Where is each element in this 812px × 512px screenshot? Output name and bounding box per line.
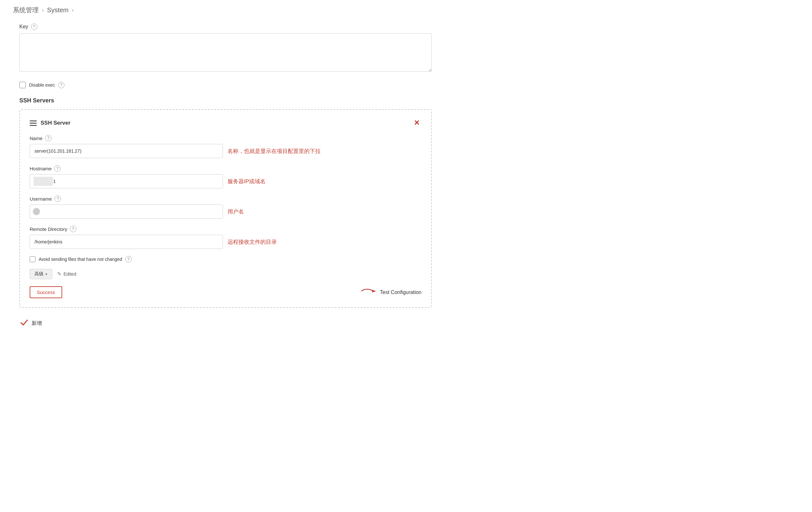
advanced-button[interactable]: 高级 ▾ (30, 269, 52, 279)
breadcrumb: 系统管理 › System › (0, 0, 812, 20)
disable-exec-label: Disable exec (29, 83, 55, 88)
success-button[interactable]: Success (30, 286, 62, 298)
pencil-icon: ✎ (57, 271, 62, 277)
add-new-row[interactable]: 新增 (19, 318, 432, 329)
ssh-servers-section: SSH Servers SSH Server ✕ Name (19, 97, 432, 329)
name-field-row: Name ? 名称，也就是显示在项目配置里的下拉 (30, 135, 422, 158)
hostname-field-row: Hostname ? 服务器IP或域名 (30, 165, 422, 188)
remote-dir-annotation: 远程接收文件的目录 (228, 238, 277, 246)
username-help-icon[interactable]: ? (54, 195, 61, 202)
disable-exec-help-icon[interactable]: ? (58, 82, 64, 88)
main-content: Key ? Disable exec ? SSH Servers SSH Ser… (0, 20, 451, 358)
edited-label: Edited (63, 271, 76, 277)
svg-marker-0 (372, 290, 376, 292)
hostname-annotation: 服务器IP或域名 (228, 178, 265, 185)
username-annotation: 用户名 (228, 208, 244, 215)
breadcrumb-sep-2: › (72, 7, 74, 13)
username-input-row: 用户名 (30, 205, 422, 219)
breadcrumb-sep-1: › (42, 7, 44, 13)
advanced-label: 高级 (34, 271, 44, 277)
avoid-label: Avoid sending files that have not change… (39, 257, 122, 262)
hamburger-icon[interactable] (30, 120, 37, 126)
remote-dir-input-row: 远程接收文件的目录 (30, 235, 422, 249)
name-input-row: 名称，也就是显示在项目配置里的下拉 (30, 144, 422, 158)
username-field-row: Username ? 用户名 (30, 195, 422, 219)
avoid-checkbox[interactable] (30, 256, 35, 262)
disable-exec-row: Disable exec ? (19, 82, 432, 88)
key-label: Key ? (19, 24, 432, 30)
breadcrumb-item-2[interactable]: System (47, 6, 69, 14)
hostname-input[interactable] (30, 174, 223, 188)
arrow-icon (360, 286, 377, 298)
username-label: Username ? (30, 195, 422, 202)
test-config-area: Test Configuration (360, 286, 422, 298)
add-checkmark-icon (19, 318, 29, 329)
disable-exec-checkbox[interactable] (19, 82, 26, 88)
avoid-checkbox-row: Avoid sending files that have not change… (30, 256, 422, 263)
username-input[interactable] (30, 205, 223, 219)
advanced-row: 高级 ▾ ✎ Edited (30, 269, 422, 279)
hostname-input-row: 服务器IP或域名 (30, 174, 422, 188)
remote-dir-label: Remote Directory ? (30, 226, 422, 232)
key-textarea[interactable] (19, 33, 432, 72)
ssh-server-box: SSH Server ✕ Name ? 名称，也就是显示在项目配置里的下拉 Ho… (19, 109, 432, 308)
ssh-server-title-row: SSH Server (30, 120, 70, 126)
bottom-row: Success Test Configuration (30, 286, 422, 298)
test-configuration-link[interactable]: Test Configuration (380, 290, 422, 295)
key-help-icon[interactable]: ? (31, 24, 37, 30)
chevron-down-icon: ▾ (46, 272, 47, 276)
name-annotation: 名称，也就是显示在项目配置里的下拉 (228, 148, 321, 155)
avoid-help-icon[interactable]: ? (125, 256, 132, 263)
name-help-icon[interactable]: ? (45, 135, 52, 141)
add-new-label: 新增 (32, 320, 42, 327)
ssh-servers-title: SSH Servers (19, 97, 432, 104)
remote-dir-input[interactable] (30, 235, 223, 249)
ssh-server-close-button[interactable]: ✕ (412, 119, 422, 127)
ssh-server-title: SSH Server (40, 120, 70, 126)
hostname-label: Hostname ? (30, 165, 422, 172)
name-input[interactable] (30, 144, 223, 158)
breadcrumb-item-1[interactable]: 系统管理 (13, 6, 39, 14)
remote-dir-field-row: Remote Directory ? 远程接收文件的目录 (30, 226, 422, 249)
ssh-server-header: SSH Server ✕ (30, 119, 422, 127)
hostname-prefix (33, 177, 53, 186)
name-label: Name ? (30, 135, 422, 141)
key-section: Key ? (19, 24, 432, 73)
edited-label-row: ✎ Edited (57, 271, 76, 277)
hostname-help-icon[interactable]: ? (54, 165, 61, 172)
remote-dir-help-icon[interactable]: ? (70, 226, 76, 232)
